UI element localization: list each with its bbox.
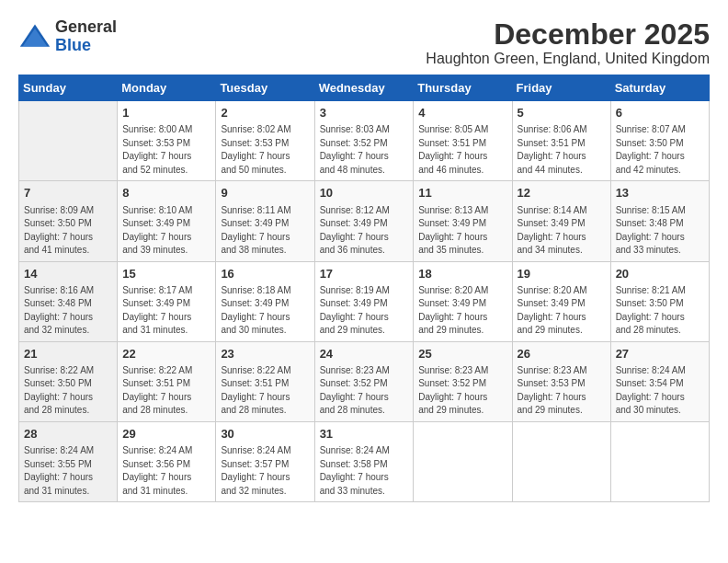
header-monday: Monday	[118, 75, 216, 101]
day-number: 22	[122, 346, 210, 362]
day-info: Sunrise: 8:24 AM Sunset: 3:55 PM Dayligh…	[24, 444, 112, 498]
logo-icon	[18, 20, 51, 53]
day-cell: 31Sunrise: 8:24 AM Sunset: 3:58 PM Dayli…	[314, 421, 414, 501]
month-title: December 2025	[426, 18, 710, 51]
day-info: Sunrise: 8:23 AM Sunset: 3:52 PM Dayligh…	[418, 364, 506, 418]
day-number: 17	[320, 266, 409, 282]
day-number: 6	[616, 105, 704, 121]
day-number: 11	[418, 185, 506, 201]
day-cell: 8Sunrise: 8:10 AM Sunset: 3:49 PM Daylig…	[118, 181, 216, 261]
day-info: Sunrise: 8:16 AM Sunset: 3:48 PM Dayligh…	[24, 284, 112, 338]
day-cell: 6Sunrise: 8:07 AM Sunset: 3:50 PM Daylig…	[610, 101, 709, 181]
calendar-header-row: SundayMondayTuesdayWednesdayThursdayFrid…	[19, 75, 710, 101]
day-number: 24	[320, 346, 409, 362]
day-cell: 18Sunrise: 8:20 AM Sunset: 3:49 PM Dayli…	[414, 261, 512, 341]
header-friday: Friday	[512, 75, 610, 101]
day-info: Sunrise: 8:23 AM Sunset: 3:52 PM Dayligh…	[320, 364, 409, 418]
day-number: 9	[221, 185, 309, 201]
day-number: 25	[418, 346, 506, 362]
logo-line2: Blue	[55, 37, 117, 55]
day-number: 31	[320, 426, 409, 442]
day-info: Sunrise: 8:24 AM Sunset: 3:58 PM Dayligh…	[320, 444, 409, 498]
day-number: 2	[221, 105, 309, 121]
day-info: Sunrise: 8:00 AM Sunset: 3:53 PM Dayligh…	[122, 123, 210, 177]
day-cell: 30Sunrise: 8:24 AM Sunset: 3:57 PM Dayli…	[216, 421, 314, 501]
day-number: 3	[320, 105, 409, 121]
location-title: Haughton Green, England, United Kingdom	[426, 51, 710, 67]
header-tuesday: Tuesday	[216, 75, 314, 101]
day-cell: 20Sunrise: 8:21 AM Sunset: 3:50 PM Dayli…	[610, 261, 709, 341]
day-cell	[414, 421, 512, 501]
day-number: 10	[320, 185, 409, 201]
day-cell	[610, 421, 709, 501]
day-cell: 25Sunrise: 8:23 AM Sunset: 3:52 PM Dayli…	[414, 341, 512, 421]
day-cell	[19, 101, 118, 181]
day-info: Sunrise: 8:13 AM Sunset: 3:49 PM Dayligh…	[418, 204, 506, 258]
day-number: 14	[24, 266, 112, 282]
day-info: Sunrise: 8:24 AM Sunset: 3:54 PM Dayligh…	[616, 364, 704, 418]
day-info: Sunrise: 8:24 AM Sunset: 3:57 PM Dayligh…	[221, 444, 309, 498]
logo-line1: General	[55, 18, 117, 37]
day-number: 12	[518, 185, 606, 201]
day-number: 26	[518, 346, 606, 362]
calendar-table: SundayMondayTuesdayWednesdayThursdayFrid…	[18, 75, 710, 502]
day-cell: 11Sunrise: 8:13 AM Sunset: 3:49 PM Dayli…	[414, 181, 512, 261]
day-info: Sunrise: 8:24 AM Sunset: 3:56 PM Dayligh…	[122, 444, 210, 498]
week-row-3: 14Sunrise: 8:16 AM Sunset: 3:48 PM Dayli…	[19, 261, 710, 341]
title-block: December 2025 Haughton Green, England, U…	[426, 18, 710, 67]
day-cell: 5Sunrise: 8:06 AM Sunset: 3:51 PM Daylig…	[512, 101, 610, 181]
day-cell: 24Sunrise: 8:23 AM Sunset: 3:52 PM Dayli…	[314, 341, 414, 421]
day-cell: 23Sunrise: 8:22 AM Sunset: 3:51 PM Dayli…	[216, 341, 314, 421]
header-sunday: Sunday	[19, 75, 118, 101]
day-info: Sunrise: 8:02 AM Sunset: 3:53 PM Dayligh…	[221, 123, 309, 177]
day-number: 16	[221, 266, 309, 282]
day-number: 29	[122, 426, 210, 442]
day-info: Sunrise: 8:09 AM Sunset: 3:50 PM Dayligh…	[24, 204, 112, 258]
header-thursday: Thursday	[414, 75, 512, 101]
day-number: 18	[418, 266, 506, 282]
day-info: Sunrise: 8:06 AM Sunset: 3:51 PM Dayligh…	[518, 123, 606, 177]
week-row-1: 1Sunrise: 8:00 AM Sunset: 3:53 PM Daylig…	[19, 101, 710, 181]
day-cell: 3Sunrise: 8:03 AM Sunset: 3:52 PM Daylig…	[314, 101, 414, 181]
day-cell: 2Sunrise: 8:02 AM Sunset: 3:53 PM Daylig…	[216, 101, 314, 181]
day-info: Sunrise: 8:14 AM Sunset: 3:49 PM Dayligh…	[518, 204, 606, 258]
logo-text: General Blue	[55, 18, 117, 55]
logo: General Blue	[18, 18, 117, 55]
day-number: 19	[518, 266, 606, 282]
day-info: Sunrise: 8:20 AM Sunset: 3:49 PM Dayligh…	[418, 284, 506, 338]
day-info: Sunrise: 8:11 AM Sunset: 3:49 PM Dayligh…	[221, 204, 309, 258]
day-number: 1	[122, 105, 210, 121]
day-cell: 22Sunrise: 8:22 AM Sunset: 3:51 PM Dayli…	[118, 341, 216, 421]
day-info: Sunrise: 8:22 AM Sunset: 3:51 PM Dayligh…	[221, 364, 309, 418]
week-row-2: 7Sunrise: 8:09 AM Sunset: 3:50 PM Daylig…	[19, 181, 710, 261]
day-number: 8	[122, 185, 210, 201]
day-info: Sunrise: 8:20 AM Sunset: 3:49 PM Dayligh…	[518, 284, 606, 338]
day-cell: 4Sunrise: 8:05 AM Sunset: 3:51 PM Daylig…	[414, 101, 512, 181]
day-info: Sunrise: 8:21 AM Sunset: 3:50 PM Dayligh…	[616, 284, 704, 338]
week-row-5: 28Sunrise: 8:24 AM Sunset: 3:55 PM Dayli…	[19, 421, 710, 501]
day-cell: 15Sunrise: 8:17 AM Sunset: 3:49 PM Dayli…	[118, 261, 216, 341]
day-cell: 29Sunrise: 8:24 AM Sunset: 3:56 PM Dayli…	[118, 421, 216, 501]
day-number: 23	[221, 346, 309, 362]
day-cell: 19Sunrise: 8:20 AM Sunset: 3:49 PM Dayli…	[512, 261, 610, 341]
day-info: Sunrise: 8:10 AM Sunset: 3:49 PM Dayligh…	[122, 204, 210, 258]
day-info: Sunrise: 8:03 AM Sunset: 3:52 PM Dayligh…	[320, 123, 409, 177]
day-info: Sunrise: 8:12 AM Sunset: 3:49 PM Dayligh…	[320, 204, 409, 258]
day-info: Sunrise: 8:22 AM Sunset: 3:50 PM Dayligh…	[24, 364, 112, 418]
day-info: Sunrise: 8:17 AM Sunset: 3:49 PM Dayligh…	[122, 284, 210, 338]
day-cell: 21Sunrise: 8:22 AM Sunset: 3:50 PM Dayli…	[19, 341, 118, 421]
day-number: 13	[616, 185, 704, 201]
page-header: General Blue December 2025 Haughton Gree…	[18, 18, 710, 67]
day-info: Sunrise: 8:19 AM Sunset: 3:49 PM Dayligh…	[320, 284, 409, 338]
day-cell: 13Sunrise: 8:15 AM Sunset: 3:48 PM Dayli…	[610, 181, 709, 261]
day-cell: 17Sunrise: 8:19 AM Sunset: 3:49 PM Dayli…	[314, 261, 414, 341]
day-number: 7	[24, 185, 112, 201]
week-row-4: 21Sunrise: 8:22 AM Sunset: 3:50 PM Dayli…	[19, 341, 710, 421]
day-cell: 7Sunrise: 8:09 AM Sunset: 3:50 PM Daylig…	[19, 181, 118, 261]
day-number: 4	[418, 105, 506, 121]
day-info: Sunrise: 8:18 AM Sunset: 3:49 PM Dayligh…	[221, 284, 309, 338]
day-cell: 10Sunrise: 8:12 AM Sunset: 3:49 PM Dayli…	[314, 181, 414, 261]
day-number: 21	[24, 346, 112, 362]
day-cell: 16Sunrise: 8:18 AM Sunset: 3:49 PM Dayli…	[216, 261, 314, 341]
day-number: 5	[518, 105, 606, 121]
